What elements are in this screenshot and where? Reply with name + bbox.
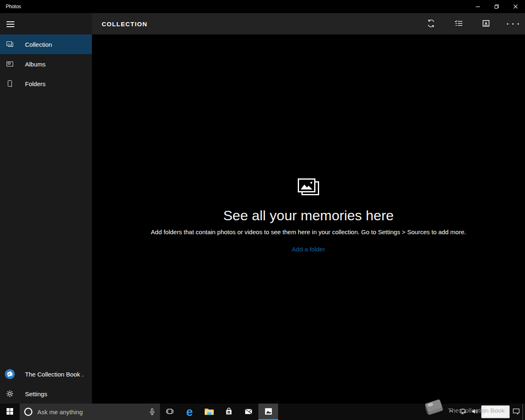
sidebar-header [0, 13, 92, 34]
store-button[interactable] [219, 404, 239, 420]
store-icon [224, 407, 233, 417]
sidebar-item-albums[interactable]: Albums [0, 54, 92, 74]
window-titlebar: Photos [0, 0, 525, 13]
action-center-icon [512, 407, 520, 416]
mail-icon [244, 407, 253, 417]
import-button[interactable] [476, 14, 496, 34]
empty-state-title: See all your memories here [223, 208, 394, 224]
close-icon [513, 4, 518, 9]
sidebar-item-label: Collection [25, 41, 52, 48]
window-title: Photos [6, 4, 21, 9]
account-item[interactable]: The Collection Book . [0, 364, 92, 384]
desktop: Photos [0, 0, 525, 420]
speaker-icon [471, 408, 479, 416]
task-view-button[interactable] [160, 404, 180, 420]
system-tray: 9:48 AM 4/11/2017 [445, 404, 525, 420]
collection-icon [6, 40, 14, 48]
settings-label: Settings [25, 390, 47, 397]
taskbar: e [0, 404, 525, 420]
hamburger-icon [7, 21, 14, 22]
select-button[interactable] [449, 14, 468, 34]
account-name: The Collection Book . [25, 371, 84, 378]
multiselect-icon [454, 19, 463, 29]
windows-logo-icon [7, 408, 13, 416]
taskbar-clock[interactable]: 9:48 AM 4/11/2017 [481, 405, 510, 418]
albums-icon [6, 60, 14, 68]
hamburger-menu-button[interactable] [0, 14, 20, 34]
import-icon [482, 19, 491, 29]
empty-state-description: Add folders that contain photos or video… [151, 228, 466, 235]
restore-button[interactable] [487, 0, 506, 13]
gear-icon [6, 390, 14, 398]
sidebar-item-settings[interactable]: Settings [0, 384, 92, 404]
action-center-button[interactable] [510, 404, 523, 420]
photos-stack-icon [297, 177, 320, 199]
restore-icon [494, 4, 499, 9]
sidebar-item-label: Albums [25, 61, 46, 68]
refresh-icon [427, 19, 436, 29]
sidebar-item-label: Folders [25, 80, 46, 87]
folders-icon [6, 80, 14, 88]
edge-icon: e [186, 406, 193, 418]
hidden-icons-chevron[interactable] [445, 404, 457, 420]
chevron-up-icon [448, 408, 454, 415]
clock-date: 4/11/2017 [485, 412, 507, 418]
refresh-button[interactable] [421, 14, 441, 34]
volume-tray-button[interactable] [469, 404, 481, 420]
file-explorer-icon [204, 407, 215, 417]
account-avatar-book-icon [5, 369, 15, 379]
edge-button[interactable]: e [180, 404, 199, 420]
sidebar-item-folders[interactable]: Folders [0, 74, 92, 94]
clock-time: 9:48 AM [485, 406, 507, 412]
start-button[interactable] [0, 404, 20, 420]
show-desktop-button[interactable] [523, 404, 525, 420]
sidebar-bottom: The Collection Book . Settings [0, 364, 92, 404]
main-header: COLLECTION [92, 13, 525, 34]
photos-icon [264, 407, 273, 417]
more-icon: • • • [507, 21, 520, 26]
file-explorer-button[interactable] [199, 404, 219, 420]
collection-content: See all your memories here Add folders t… [92, 34, 525, 404]
network-icon [459, 408, 466, 416]
close-button[interactable] [506, 0, 525, 13]
task-view-icon [165, 407, 174, 417]
add-folder-link[interactable]: Add a folder [292, 246, 325, 253]
network-tray-button[interactable] [457, 404, 469, 420]
mail-button[interactable] [239, 404, 258, 420]
cortana-search-box[interactable] [20, 404, 160, 420]
sidebar: Collection Albums Folder [0, 34, 92, 404]
search-input[interactable] [37, 409, 148, 415]
microphone-icon[interactable] [148, 407, 157, 416]
minimize-icon [475, 4, 480, 9]
app-body: Collection Albums Folder [0, 34, 525, 404]
page-title: COLLECTION [102, 21, 148, 27]
window-controls [468, 0, 525, 13]
app-header: COLLECTION [0, 13, 525, 34]
cortana-icon [23, 407, 33, 417]
header-actions: • • • [421, 14, 525, 34]
minimize-button[interactable] [468, 0, 487, 13]
more-button[interactable]: • • • [504, 14, 523, 34]
photos-app-button[interactable] [258, 404, 278, 420]
sidebar-item-collection[interactable]: Collection [0, 34, 92, 54]
